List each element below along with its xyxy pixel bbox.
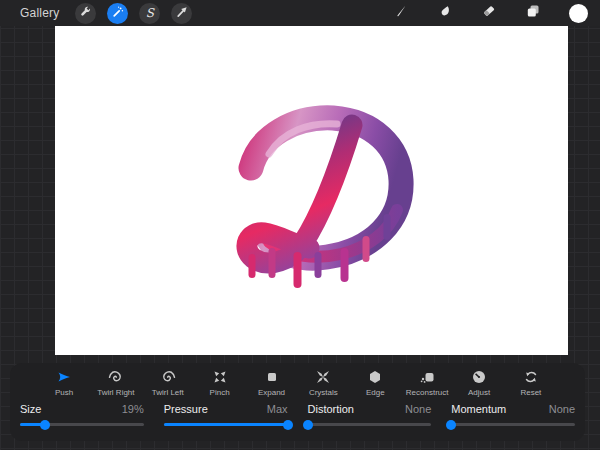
distortion-slider[interactable] (308, 423, 432, 426)
liquify-tool-row: Push Twirl Right Twirl Left (10, 369, 585, 397)
transform-button[interactable] (171, 3, 192, 24)
active-color-swatch (569, 4, 588, 23)
adjustments-button[interactable] (107, 3, 128, 24)
color-button[interactable] (569, 4, 588, 23)
pinch-arrows-icon (212, 369, 228, 385)
pressure-value: Max (267, 403, 288, 415)
tool-label: Adjust (468, 388, 490, 397)
tool-push[interactable]: Push (40, 369, 88, 397)
distortion-label: Distortion (308, 403, 354, 415)
slider-fill (164, 423, 288, 426)
tool-label: Reset (520, 388, 541, 397)
tool-label: Edge (366, 388, 385, 397)
pressure-slider[interactable] (164, 423, 288, 426)
twirl-right-spiral-icon (108, 369, 124, 385)
right-tool-group (393, 0, 600, 26)
transform-arrow-icon (175, 4, 188, 22)
tool-twirl-left[interactable]: Twirl Left (144, 369, 192, 397)
tool-reconstruct[interactable]: Reconstruct (403, 369, 451, 397)
reset-arrows-icon (523, 369, 539, 385)
momentum-label: Momentum (451, 403, 506, 415)
size-label: Size (20, 403, 41, 415)
twirl-left-spiral-icon (160, 369, 176, 385)
slider-knob[interactable] (303, 420, 313, 430)
expand-square-icon (264, 369, 280, 385)
drawing-canvas[interactable] (55, 26, 568, 355)
slider-knob[interactable] (40, 420, 50, 430)
eraser-button[interactable] (481, 3, 497, 23)
size-slider-group: Size 19% (20, 403, 144, 426)
smudge-button[interactable] (437, 3, 453, 23)
tool-label: Expand (258, 388, 285, 397)
layers-icon (525, 3, 541, 23)
wrench-icon (79, 4, 92, 22)
liquify-panel: Push Twirl Right Twirl Left (10, 363, 585, 441)
pressure-label: Pressure (164, 403, 208, 415)
tool-edge[interactable]: Edge (351, 369, 399, 397)
edge-hexagon-icon (367, 369, 383, 385)
gallery-button[interactable]: Gallery (20, 6, 59, 20)
layers-button[interactable] (525, 3, 541, 23)
left-tool-group: S (75, 3, 192, 24)
tool-label: Pinch (210, 388, 230, 397)
momentum-value: None (549, 403, 575, 415)
smudge-finger-icon (437, 3, 453, 23)
actions-button[interactable] (75, 3, 96, 24)
magic-wand-icon (111, 4, 124, 22)
tool-label: Twirl Left (152, 388, 184, 397)
tool-crystals[interactable]: Crystals (299, 369, 347, 397)
crystals-icon (315, 369, 331, 385)
selection-s-icon: S (146, 7, 154, 19)
pressure-slider-group: Pressure Max (164, 403, 288, 426)
tool-label: Twirl Right (97, 388, 134, 397)
adjust-dial-icon (471, 369, 487, 385)
tool-expand[interactable]: Expand (248, 369, 296, 397)
reconstruct-icon (419, 369, 435, 385)
artwork-letter-d (55, 26, 568, 355)
brush-icon (393, 3, 409, 23)
size-slider[interactable] (20, 423, 144, 426)
tool-label: Reconstruct (406, 388, 449, 397)
brush-button[interactable] (393, 3, 409, 23)
liquify-slider-row: Size 19% Pressure Max Distortion None (10, 397, 585, 426)
push-arrow-icon (56, 369, 72, 385)
momentum-slider[interactable] (451, 423, 575, 426)
tool-reset[interactable]: Reset (507, 369, 555, 397)
tool-twirl-right[interactable]: Twirl Right (92, 369, 140, 397)
slider-knob[interactable] (283, 420, 293, 430)
selection-button[interactable]: S (139, 3, 160, 24)
tool-label: Crystals (309, 388, 338, 397)
distortion-slider-group: Distortion None (308, 403, 432, 426)
size-value: 19% (122, 403, 144, 415)
slider-knob[interactable] (446, 420, 456, 430)
tool-label: Push (55, 388, 73, 397)
momentum-slider-group: Momentum None (451, 403, 575, 426)
top-toolbar: Gallery S (0, 0, 600, 26)
tool-pinch[interactable]: Pinch (196, 369, 244, 397)
tool-adjust[interactable]: Adjust (455, 369, 503, 397)
eraser-icon (481, 3, 497, 23)
distortion-value: None (405, 403, 431, 415)
